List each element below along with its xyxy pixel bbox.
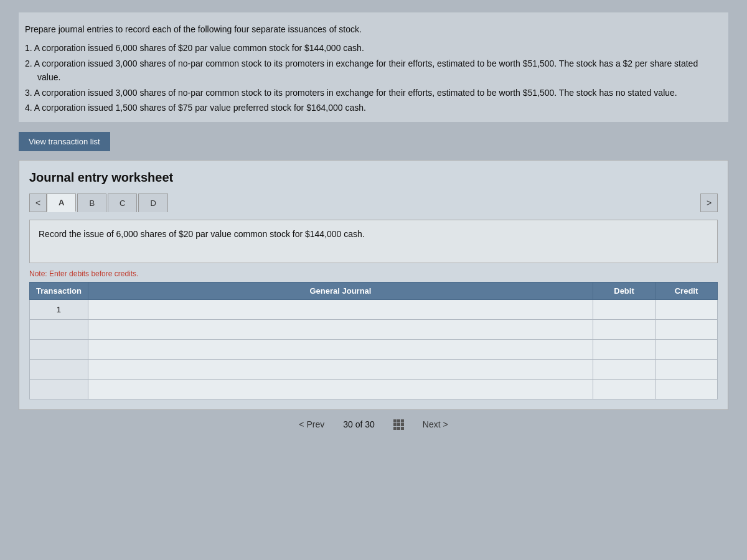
journal-entry-3[interactable]: [88, 340, 593, 360]
instruction-item-4: 4. A corporation issued 1,500 shares of …: [25, 101, 722, 114]
journal-entry-2[interactable]: [88, 320, 593, 340]
col-header-credit: Credit: [655, 282, 718, 300]
worksheet-container: Journal entry worksheet < A B C D > Reco…: [19, 160, 728, 410]
journal-entry-1[interactable]: [88, 300, 593, 320]
credit-2[interactable]: [655, 320, 718, 340]
debit-4[interactable]: [593, 360, 655, 380]
table-row: [30, 340, 718, 360]
tabs-row: < A B C D >: [29, 194, 718, 212]
description-box: Record the issue of 6,000 shares of $20 …: [29, 220, 718, 263]
next-button[interactable]: Next >: [423, 419, 448, 429]
table-row: [30, 380, 718, 399]
tab-next-arrow[interactable]: >: [700, 194, 718, 212]
col-header-general-journal: General Journal: [88, 282, 593, 300]
instructions-section: Prepare journal entries to record each o…: [19, 12, 728, 122]
instruction-item-2: 2. A corporation issued 3,000 shares of …: [25, 57, 722, 85]
view-transaction-button[interactable]: View transaction list: [19, 132, 110, 151]
debit-1[interactable]: [593, 300, 655, 320]
worksheet-title: Journal entry worksheet: [29, 170, 718, 185]
debit-5[interactable]: [593, 380, 655, 399]
table-row: 1: [30, 300, 718, 320]
col-header-transaction: Transaction: [30, 282, 88, 300]
tab-a[interactable]: A: [47, 194, 76, 212]
tab-prev-arrow[interactable]: <: [29, 194, 47, 212]
grid-icon[interactable]: [393, 419, 404, 430]
instruction-item-3: 3. A corporation issued 3,000 shares of …: [25, 86, 722, 100]
transaction-num-5: [30, 380, 88, 399]
col-header-debit: Debit: [593, 282, 655, 300]
bottom-navigation: < Prev 30 of 30 Next >: [19, 410, 728, 434]
prev-button[interactable]: < Prev: [299, 419, 324, 429]
credit-1[interactable]: [655, 300, 718, 320]
table-row: [30, 320, 718, 340]
credit-3[interactable]: [655, 340, 718, 360]
instructions-intro: Prepare journal entries to record each o…: [25, 22, 722, 36]
credit-4[interactable]: [655, 360, 718, 380]
transaction-num-1: 1: [30, 300, 88, 320]
transaction-num-2: [30, 320, 88, 340]
table-row: [30, 360, 718, 380]
page-count: 30 of 30: [343, 419, 375, 429]
journal-entry-4[interactable]: [88, 360, 593, 380]
debit-3[interactable]: [593, 340, 655, 360]
instruction-item-1: 1. A corporation issued 6,000 shares of …: [25, 41, 722, 55]
credit-5[interactable]: [655, 380, 718, 399]
note-text: Note: Enter debits before credits.: [29, 269, 718, 278]
journal-entry-5[interactable]: [88, 380, 593, 399]
description-text: Record the issue of 6,000 shares of $20 …: [39, 229, 365, 239]
transaction-num-3: [30, 340, 88, 360]
journal-table: Transaction General Journal Debit Credit…: [29, 282, 718, 399]
debit-2[interactable]: [593, 320, 655, 340]
instructions-list: 1. A corporation issued 6,000 shares of …: [25, 41, 722, 114]
tab-c[interactable]: C: [108, 194, 137, 212]
tab-d[interactable]: D: [138, 194, 167, 212]
transaction-num-4: [30, 360, 88, 380]
tab-b[interactable]: B: [77, 194, 106, 212]
